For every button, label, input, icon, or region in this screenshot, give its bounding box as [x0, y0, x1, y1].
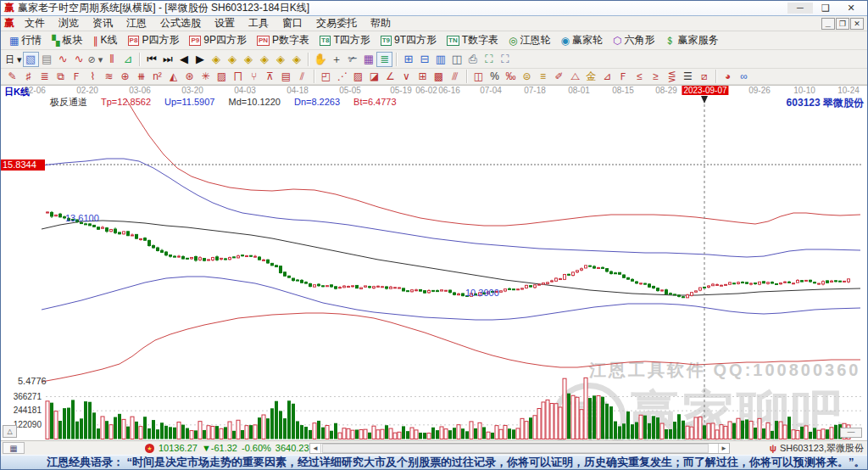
gann-fan-tool[interactable]: ⧍ [567, 70, 583, 83]
angle-line-tool[interactable]: ⊼ [262, 70, 278, 83]
dense-grid-tool[interactable]: ▩ [431, 70, 447, 83]
toolbar-hexagon-button[interactable]: ⬡六角形 [608, 33, 659, 48]
dots-ray-tool[interactable]: ⋰ [334, 70, 350, 83]
split-box-tool[interactable]: ◫ [470, 70, 487, 83]
menu-item-交易委托[interactable]: 交易委托 [309, 16, 364, 31]
mdi-close-button[interactable]: ✕ [850, 18, 864, 30]
circle-cycle-tool[interactable]: ⊛ [181, 70, 198, 83]
golden-ratio-tool[interactable]: 金 [583, 70, 599, 83]
menu-item-江恩[interactable]: 江恩 [120, 16, 153, 31]
menu-item-设置[interactable]: 设置 [208, 16, 242, 31]
permille-tool[interactable]: ‰ [503, 70, 519, 83]
grid-tool-button[interactable]: ▦ [360, 52, 376, 67]
toolbar-quotes-button[interactable]: ▦行情 [4, 33, 47, 48]
overlay-dropdown[interactable]: ⊘ ▾ [87, 52, 104, 67]
percent-tool[interactable]: % [487, 70, 503, 83]
menu-item-帮助[interactable]: 帮助 [364, 16, 398, 31]
wave-tool-button[interactable]: ∿ [55, 52, 71, 67]
resistance-line-tool[interactable]: ≥ [648, 70, 664, 83]
toolbar-t-number-table-button[interactable]: TNT数字表 [442, 33, 504, 48]
trigram-tool[interactable]: ☰ [680, 70, 696, 83]
zoom-diamond-6-button[interactable]: ◈ [288, 52, 304, 67]
gann-angle-tool[interactable]: ∠ [382, 70, 398, 83]
spiral-tool[interactable]: ⌇ [85, 70, 101, 83]
toolbar-kline-button[interactable]: ∥K线 [88, 33, 123, 48]
crosshair-tool-button[interactable]: ＋ [328, 52, 344, 67]
star-cycle-tool[interactable]: ✳ [198, 70, 214, 83]
current-stock-status[interactable]: ψ SH603123,翠微股份 [770, 442, 864, 454]
gann-grid-tool[interactable]: ⊞ [415, 70, 431, 83]
half-box-tool[interactable]: ◪ [366, 70, 382, 83]
golden-section-tool[interactable]: ≡ [535, 70, 551, 83]
menu-item-窗口[interactable]: 窗口 [275, 16, 309, 31]
hand-tool-button[interactable]: ✋ [312, 52, 328, 67]
grid-lines-tool[interactable]: ♯ [20, 70, 36, 83]
status-scrollbar[interactable]: ◄ ► [309, 443, 730, 454]
period-dropdown[interactable]: 日 ▾ [4, 52, 23, 67]
mdi-restore-button[interactable]: ❐ [836, 18, 849, 30]
toolbar-t-square-button[interactable]: T8T四方形 [314, 33, 376, 48]
chart-style-button[interactable]: ▧ [23, 52, 39, 67]
calculator-button[interactable]: ⊟ [416, 52, 432, 67]
toolbar-t9-square-button[interactable]: T99T四方形 [376, 33, 442, 48]
pie-tool[interactable]: ◕ [720, 70, 736, 83]
scroll-thumb[interactable] [322, 444, 709, 453]
calendar-button[interactable]: ⊞ [400, 52, 416, 67]
channel-line-tool[interactable]: ⋚ [664, 70, 680, 83]
toolbar-sectors-button[interactable]: ▚板块 [47, 33, 87, 48]
status-quotes-icon[interactable]: ▦ [3, 442, 25, 454]
band-tool[interactable]: ▤ [278, 70, 294, 83]
save-layout-button[interactable]: ◫ [448, 52, 465, 67]
compare-kline-button[interactable]: ⫴ [103, 52, 120, 67]
close-button[interactable]: ✕ [838, 3, 864, 14]
parallel-lines-tool[interactable]: ⫽ [294, 70, 310, 83]
toolbar-winner-service-button[interactable]: ＄赢家服务 [660, 33, 724, 48]
corner-box-tool[interactable]: ◰ [318, 70, 334, 83]
triangle-tool[interactable]: ◭ [165, 70, 181, 83]
menu-item-文件[interactable]: 文件 [18, 16, 52, 31]
wave-lines-tool[interactable]: ≋ [101, 70, 117, 83]
menu-item-浏览[interactable]: 浏览 [52, 16, 86, 31]
fork-line-tool[interactable]: ⑂ [246, 70, 262, 83]
kline-chart-canvas[interactable] [1, 86, 868, 440]
wave-tool-2-button[interactable]: ∿ [71, 52, 87, 67]
print-button[interactable]: ⎙ [465, 52, 481, 67]
first-page-button[interactable]: ⏮ [143, 52, 159, 67]
minimize-button[interactable]: ─ [787, 3, 813, 14]
next-bar-button[interactable]: ▶ [192, 52, 208, 67]
export-button[interactable]: ⛶ [481, 52, 497, 67]
import-button[interactable]: ⛶ [497, 52, 513, 67]
infinity-tool[interactable]: ∞ [736, 70, 752, 83]
hatch-tool[interactable]: ▨ [350, 70, 366, 83]
last-page-button[interactable]: ⏭ [159, 52, 175, 67]
right-triangle-tool[interactable]: ⊿ [599, 70, 615, 83]
toolbar-gann-wheel-button[interactable]: ◎江恩轮 [504, 33, 555, 48]
notes-button[interactable]: ▥ [432, 52, 448, 67]
toolbar-p-number-table-button[interactable]: PNP数字表 [252, 33, 314, 48]
list-view-button[interactable]: ▤ [39, 52, 55, 67]
pen-tool[interactable]: ✎ [4, 70, 20, 83]
toolbar-p9-square-button[interactable]: P99P四方形 [184, 33, 251, 48]
chart-expand-button[interactable]: △ [3, 425, 17, 438]
zoom-diamond-4-button[interactable]: ◈ [256, 52, 272, 67]
lines-tool-button[interactable]: ≣ [376, 52, 392, 67]
fib-fan-tool[interactable]: Ｆ [615, 70, 632, 83]
speed-lines-tool[interactable]: ⫻ [447, 70, 463, 83]
vee-tool[interactable]: ∨ [398, 70, 415, 83]
prev-bar-button[interactable]: ◀ [175, 52, 192, 67]
scroll-left-arrow[interactable]: ◄ [310, 444, 321, 453]
index-summary[interactable]: ★ 10136.27 ▼-61.32 -0.60% 3640.23 亿 [145, 442, 325, 454]
fibonacci-tool[interactable]: Ｆ [69, 70, 85, 83]
square-number-tool[interactable]: n² [149, 70, 165, 83]
mark-pen-tool[interactable]: ✐ [551, 70, 567, 83]
chart-scrollbar-button[interactable]: — [840, 428, 862, 438]
horizontal-lines-tool[interactable]: ≣ [36, 70, 53, 83]
shade-box-tool[interactable]: ▨ [214, 70, 230, 83]
toolbar-winner-wheel-button[interactable]: ◉赢家轮 [556, 33, 608, 48]
tick-grid-tool[interactable]: ⧻ [133, 70, 149, 83]
measure-tool-button[interactable]: ✃ [344, 52, 360, 67]
menu-item-资讯[interactable]: 资讯 [86, 16, 120, 31]
zoom-diamond-3-button[interactable]: ◈ [240, 52, 256, 67]
gann-circle-tool[interactable]: ⊕ [117, 70, 133, 83]
bracket-tool[interactable]: ⨅ [230, 70, 246, 83]
